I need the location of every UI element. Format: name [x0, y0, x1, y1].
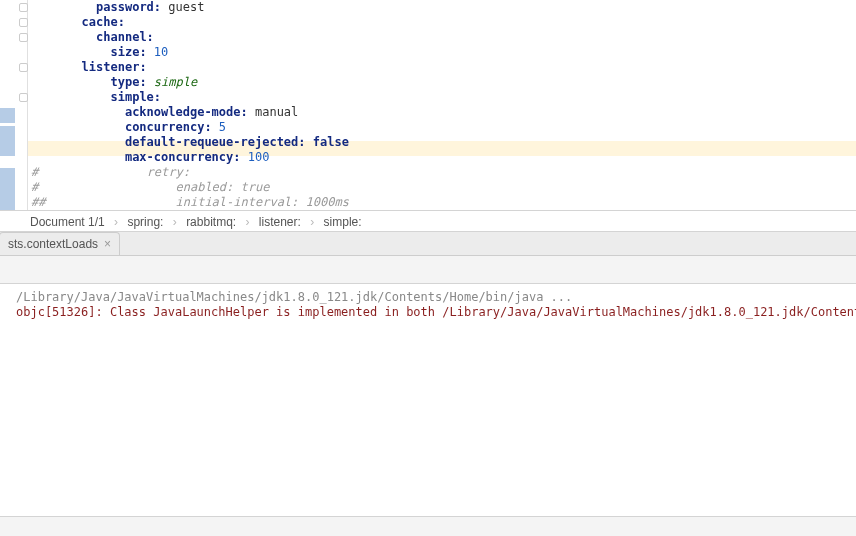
console-line: objc[51326]: Class JavaLaunchHelper is i… [16, 305, 856, 320]
code-line[interactable]: type: simple [28, 75, 856, 90]
chevron-right-icon: › [173, 215, 177, 229]
code-line[interactable]: simple: [28, 90, 856, 105]
code-line[interactable]: # enabled: true [28, 180, 856, 195]
breadcrumb-item[interactable]: spring: [127, 215, 163, 229]
change-marker-icon [0, 126, 15, 141]
chevron-right-icon: › [310, 215, 314, 229]
console-tab-bar: sts.contextLoads × [0, 232, 856, 256]
console-line: /Library/Java/JavaVirtualMachines/jdk1.8… [16, 290, 856, 305]
code-lines[interactable]: password: guest cache: channel: size: 10… [28, 0, 856, 210]
code-line[interactable]: concurrency: 5 [28, 120, 856, 135]
breadcrumb-item[interactable]: rabbitmq: [186, 215, 236, 229]
fold-handle-icon[interactable] [19, 93, 28, 102]
editor-gutter[interactable] [0, 0, 28, 210]
fold-handle-icon[interactable] [19, 3, 28, 12]
fold-handle-icon[interactable] [19, 33, 28, 42]
code-line[interactable]: channel: [28, 30, 856, 45]
fold-handle-icon[interactable] [19, 63, 28, 72]
console-output[interactable]: /Library/Java/JavaVirtualMachines/jdk1.8… [0, 284, 856, 516]
console-tab[interactable]: sts.contextLoads × [0, 232, 120, 255]
breadcrumb-document[interactable]: Document 1/1 [30, 215, 105, 229]
code-line[interactable]: listener: [28, 60, 856, 75]
fold-handle-icon[interactable] [19, 18, 28, 27]
code-line[interactable]: size: 10 [28, 45, 856, 60]
console-toolbar [0, 256, 856, 284]
chevron-right-icon: › [246, 215, 250, 229]
code-line[interactable]: # retry: [28, 165, 856, 180]
code-line[interactable]: acknowledge-mode: manual [28, 105, 856, 120]
status-bar [0, 516, 856, 536]
chevron-right-icon: › [114, 215, 118, 229]
breadcrumb[interactable]: Document 1/1 › spring: › rabbitmq: › lis… [0, 210, 856, 232]
change-marker-icon [0, 141, 15, 156]
change-marker-icon [0, 108, 15, 123]
change-marker-icon [0, 168, 15, 210]
close-icon[interactable]: × [104, 238, 111, 250]
code-line[interactable]: password: guest [28, 0, 856, 15]
breadcrumb-item[interactable]: listener: [259, 215, 301, 229]
breadcrumb-item[interactable]: simple: [324, 215, 362, 229]
code-line[interactable]: ## initial-interval: 1000ms [28, 195, 856, 210]
code-editor[interactable]: password: guest cache: channel: size: 10… [0, 0, 856, 210]
code-line[interactable]: cache: [28, 15, 856, 30]
code-line[interactable]: default-requeue-rejected: false [28, 135, 856, 150]
console-tab-label: sts.contextLoads [8, 233, 98, 256]
code-line[interactable]: max-concurrency: 100 [28, 150, 856, 165]
